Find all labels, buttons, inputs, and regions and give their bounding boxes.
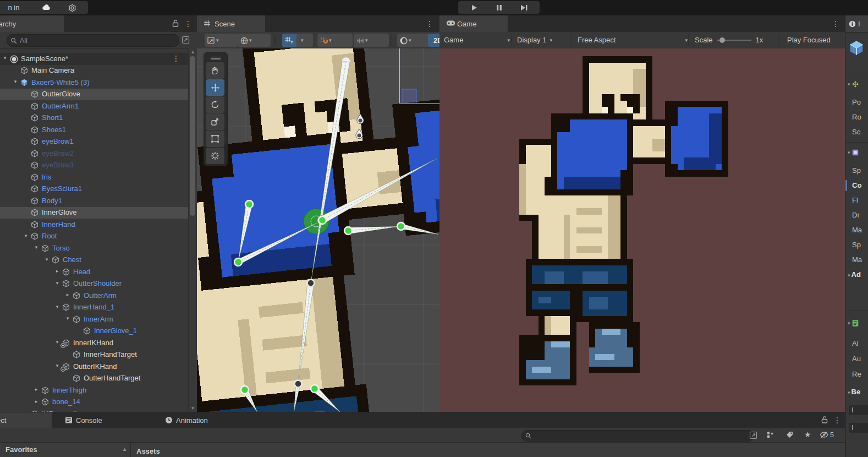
hierarchy-row-eyebrow2[interactable]: eyeBrow2 bbox=[0, 148, 188, 160]
inspector-row[interactable]: Ro bbox=[852, 113, 868, 121]
foldout-open-icon[interactable]: ▾ bbox=[848, 320, 850, 326]
lock-icon[interactable] bbox=[172, 19, 180, 28]
tab-console[interactable]: Console bbox=[57, 412, 110, 428]
tab-inspector[interactable]: I bbox=[845, 15, 868, 32]
inspector-row[interactable]: Re bbox=[852, 370, 868, 378]
rotate-tool-button[interactable] bbox=[206, 96, 224, 113]
rect-tool-button[interactable] bbox=[206, 130, 224, 147]
inspector-row[interactable]: Dr bbox=[852, 211, 868, 219]
assets-header[interactable]: Assets bbox=[136, 447, 160, 455]
inspector-field[interactable]: I bbox=[849, 405, 868, 415]
snap-increment-button[interactable]: ▾ bbox=[354, 34, 389, 47]
foldout-open-icon[interactable]: ▾ bbox=[848, 273, 850, 278]
game-view-dropdown[interactable]: Game ▾ bbox=[440, 32, 514, 48]
hierarchy-row-body1[interactable]: Body1 bbox=[0, 195, 188, 207]
aspect-dropdown[interactable]: Free Aspect ▾ bbox=[573, 32, 692, 48]
game-menu-icon[interactable]: ⋮ bbox=[831, 19, 840, 29]
project-menu-icon[interactable]: ⋮ bbox=[833, 415, 842, 425]
hierarchy-row-innerarm[interactable]: ▾InnerArm bbox=[0, 313, 188, 325]
inspector-row[interactable]: ▾Be bbox=[848, 388, 868, 396]
hierarchy-row-root[interactable]: ▾Root bbox=[0, 231, 188, 243]
hierarchy-search[interactable]: All bbox=[7, 34, 179, 47]
inspector-component-header[interactable]: ▾ bbox=[848, 80, 868, 88]
hierarchy-row-short1[interactable]: Short1 bbox=[0, 112, 188, 124]
tab-scene[interactable]: Scene bbox=[197, 15, 265, 32]
project-search[interactable] bbox=[521, 430, 754, 442]
scale-slider[interactable] bbox=[717, 37, 751, 43]
inspector-row[interactable]: Po bbox=[852, 98, 868, 106]
foldout-open-icon[interactable]: ▾ bbox=[33, 244, 40, 250]
hierarchy-row-bone-14[interactable]: ▸bone_14 bbox=[0, 396, 188, 409]
scroll-down-icon[interactable]: ▼ bbox=[189, 406, 197, 411]
hierarchy-row-innerglove-1[interactable]: InnerGlove_1 bbox=[0, 325, 188, 338]
hierarchy-row-innerhand[interactable]: InnerHand bbox=[0, 219, 188, 231]
hierarchy-row-main-camera[interactable]: Main Camera bbox=[0, 65, 188, 77]
inspector-row[interactable]: Au bbox=[852, 355, 868, 363]
scroll-up-icon[interactable]: ▲ bbox=[189, 50, 197, 55]
inspector-row[interactable]: Fl bbox=[852, 196, 868, 204]
foldout-closed-icon[interactable]: ▸ bbox=[64, 292, 71, 297]
hierarchy-row-innerikhand[interactable]: ▾InnerIKHand bbox=[0, 337, 188, 349]
scene-viewport[interactable] bbox=[197, 48, 440, 412]
foldout-open-icon[interactable]: ▾ bbox=[43, 257, 50, 262]
scene-menu-icon[interactable]: ⋮ bbox=[425, 19, 434, 29]
hierarchy-row-outterarm1[interactable]: OutterArm1 bbox=[0, 100, 188, 112]
search-by-label-icon[interactable] bbox=[785, 431, 794, 439]
favorites-star-icon[interactable]: ★ bbox=[804, 430, 811, 439]
hierarchy-row-eyebrow3[interactable]: eyeBrow3 bbox=[0, 160, 188, 172]
inspector-component-header[interactable]: ▾ bbox=[848, 319, 868, 327]
tab-animation[interactable]: Animation bbox=[157, 412, 216, 428]
hierarchy-menu-icon[interactable]: ⋮ bbox=[184, 19, 193, 29]
foldout-closed-icon[interactable]: ▸ bbox=[33, 399, 40, 404]
foldout-open-icon[interactable]: ▾ bbox=[848, 390, 850, 395]
snap-grid-button[interactable]: ▾ bbox=[317, 34, 353, 47]
hierarchy-row-shoes1[interactable]: Shoes1 bbox=[0, 124, 188, 136]
foldout-open-icon[interactable]: ▾ bbox=[2, 55, 8, 61]
transform-tool-button[interactable] bbox=[206, 148, 224, 164]
hierarchy-row-head[interactable]: ▸Head bbox=[0, 266, 188, 278]
pick-window-icon[interactable] bbox=[182, 36, 190, 44]
tab-project[interactable]: oject bbox=[0, 412, 52, 428]
tool-settings-button[interactable]: ▾ bbox=[205, 34, 238, 47]
inspector-row[interactable]: Sp bbox=[852, 166, 868, 175]
collapse-arrow-icon[interactable]: ▲ bbox=[122, 447, 127, 452]
foldout-open-icon[interactable]: ▾ bbox=[54, 280, 61, 286]
game-viewport[interactable] bbox=[440, 48, 845, 412]
inspector-row[interactable]: ▾Ad bbox=[848, 270, 868, 279]
foldout-open-icon[interactable]: ▾ bbox=[848, 81, 850, 87]
hierarchy-row-chest[interactable]: ▾Chest bbox=[0, 254, 188, 266]
hierarchy-row-innerhandtarget[interactable]: InnerHandTarget bbox=[0, 349, 188, 361]
scene-header-menu-icon[interactable]: ⋮ bbox=[172, 53, 180, 63]
foldout-open-icon[interactable]: ▾ bbox=[23, 233, 29, 238]
foldout-open-icon[interactable]: ▾ bbox=[64, 315, 71, 321]
inspector-row[interactable]: Co bbox=[852, 181, 868, 189]
scale-tool-button[interactable] bbox=[206, 113, 224, 130]
hierarchy-row-outterikhand[interactable]: ▾OutterIKHand bbox=[0, 361, 188, 373]
shading-mode-button[interactable]: ▾ bbox=[397, 34, 429, 47]
foldout-open-icon[interactable]: ▾ bbox=[54, 363, 61, 368]
foldout-open-icon[interactable]: ▾ bbox=[848, 150, 850, 155]
step-button[interactable] bbox=[508, 1, 540, 14]
tab-hierarchy[interactable]: erarchy bbox=[0, 15, 64, 32]
grid-visibility-button[interactable]: Y ▾ bbox=[282, 34, 313, 47]
foldout-open-icon[interactable]: ▾ bbox=[12, 79, 19, 84]
inspector-row[interactable]: Ma bbox=[852, 226, 868, 234]
hierarchy-scrollbar[interactable]: ▲ ▼ bbox=[188, 48, 197, 412]
inspector-component-header[interactable]: ▾ bbox=[848, 149, 868, 156]
hierarchy-row-outterglove[interactable]: OutterGlove bbox=[0, 89, 188, 101]
foldout-open-icon[interactable]: ▾ bbox=[54, 304, 61, 309]
hierarchy-row-outterarm[interactable]: ▸OutterArm bbox=[0, 290, 188, 302]
foldout-closed-icon[interactable]: ▸ bbox=[33, 387, 40, 392]
hierarchy-row-iris[interactable]: Iris bbox=[0, 171, 188, 183]
hand-tool-button[interactable] bbox=[206, 62, 224, 79]
hidden-packages-toggle[interactable]: 5 bbox=[820, 431, 834, 439]
tab-game[interactable]: Game bbox=[440, 15, 508, 32]
hierarchy-row-ikforwardleg[interactable]: ▾IKForwardLeg bbox=[0, 408, 188, 412]
hierarchy-row-innerhand-1[interactable]: ▾InnerHand_1 bbox=[0, 302, 188, 314]
play-focused-dropdown[interactable]: Play Focused bbox=[783, 32, 835, 48]
hierarchy-row-bxoer5-white5-3-[interactable]: ▾Bxoer5-White5 (3) bbox=[0, 77, 188, 89]
display-dropdown[interactable]: Display 1 ▾ bbox=[513, 32, 557, 48]
foldout-closed-icon[interactable]: ▸ bbox=[54, 268, 61, 274]
lock-icon[interactable] bbox=[821, 416, 829, 425]
pick-window-icon[interactable] bbox=[749, 431, 757, 439]
